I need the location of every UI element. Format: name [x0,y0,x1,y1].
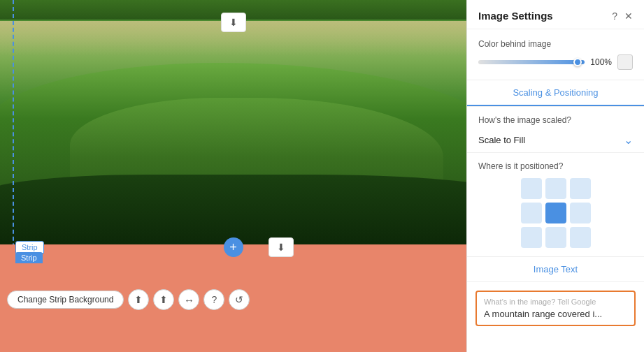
slider-thumb [573,58,582,66]
image-text-hint: What's in the image? Tell Google [477,292,634,307]
bottom-download-button[interactable]: ⬇ [269,237,294,257]
color-label: Color behind image [478,39,633,49]
swap-icon: ↔ [184,294,194,306]
color-section: Color behind image 100% [467,29,644,80]
scale-label: How's the image scaled? [467,107,644,128]
tab-row: Scaling & Positioning [467,80,644,107]
mountain-background [0,0,466,244]
panel-header: Image Settings ? ✕ [467,0,644,29]
position-cell-mc[interactable] [545,203,566,223]
image-text-value[interactable]: A mountain range covered i... [477,307,634,325]
download-icon: ⬇ [229,17,238,28]
scale-dropdown[interactable]: Scale to Fill ⌄ [467,128,644,153]
copy-icon-button[interactable]: ⬆ [153,289,174,310]
close-icon: ✕ [624,10,633,22]
plus-icon: + [229,240,237,255]
position-cell-br[interactable] [570,227,591,248]
position-cell-tc[interactable] [545,178,566,199]
top-download-button[interactable]: ⬇ [221,13,246,32]
swap-icon-button[interactable]: ↔ [178,289,199,310]
undo-icon-button[interactable]: ↺ [229,289,250,310]
panel-body: Color behind image 100% Scaling & Positi… [467,29,644,326]
position-section: Where is it positioned? [467,153,644,257]
panel-close-button[interactable]: ✕ [624,10,633,22]
right-panel: Image Settings ? ✕ Color behind image 10… [466,0,644,352]
scale-value: Scale to Fill [478,135,525,145]
color-row: 100% [478,54,633,70]
bottom-toolbar: Change Strip Background ⬆ ⬆ ↔ ? ↺ [7,289,250,310]
image-text-tab-row: Image Text [467,257,644,282]
position-cell-tl[interactable] [521,178,542,199]
position-cell-mr[interactable] [570,203,591,223]
position-grid [478,178,633,248]
image-text-section[interactable]: What's in the image? Tell Google A mount… [475,291,636,326]
chevron-down-icon: ⌄ [624,133,633,147]
mountain-layer-3 [0,175,466,244]
position-cell-bc[interactable] [545,227,566,248]
position-cell-tr[interactable] [570,178,591,199]
percent-label: 100% [590,57,612,67]
panel-title: Image Settings [478,10,553,22]
canvas-area: ⬇ Strip Strip + ⬇ Change Strip Backgroun… [0,0,466,352]
layers-icon: ⬆ [134,294,143,305]
position-cell-bl[interactable] [521,227,542,248]
panel-help-button[interactable]: ? [612,10,617,22]
copy-icon: ⬆ [159,294,168,305]
download-icon-2: ⬇ [277,242,285,253]
tab-image-text[interactable]: Image Text [467,257,644,281]
layers-icon-button[interactable]: ⬆ [128,289,149,310]
strip-blue-label[interactable]: Strip [15,252,43,263]
panel-header-icons: ? ✕ [612,10,633,22]
help-icon-button[interactable]: ? [203,289,224,310]
undo-icon: ↺ [235,294,243,305]
help-icon: ? [212,294,217,305]
tab-scaling[interactable]: Scaling & Positioning [467,80,644,106]
question-icon: ? [612,10,617,22]
add-section-button[interactable]: + [224,237,243,257]
position-cell-ml[interactable] [521,203,542,223]
position-label: Where is it positioned? [478,161,633,171]
color-swatch[interactable] [617,54,633,70]
color-slider[interactable] [478,60,585,64]
change-bg-button[interactable]: Change Strip Background [7,291,124,309]
